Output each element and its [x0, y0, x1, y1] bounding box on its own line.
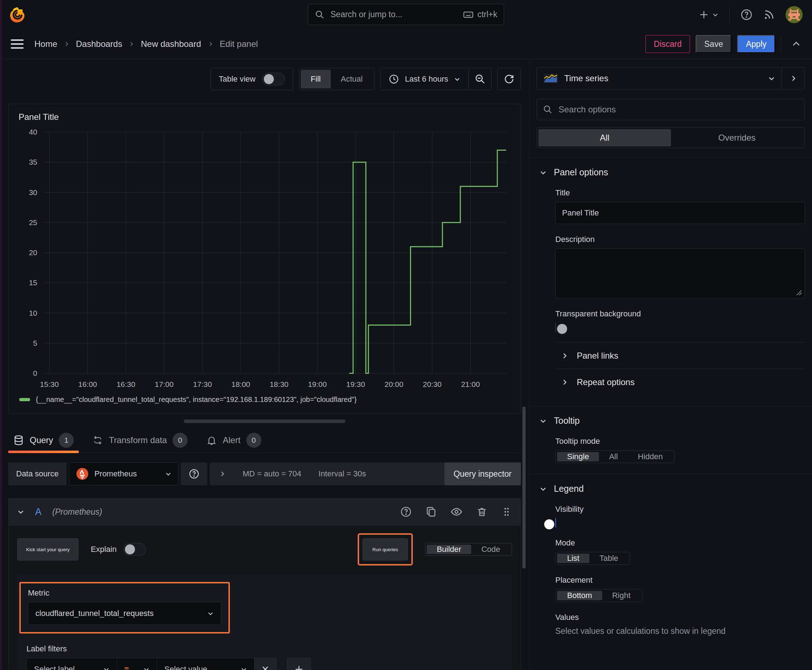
trash-icon — [476, 506, 488, 518]
tooltip-header[interactable]: Tooltip — [537, 416, 805, 426]
svg-text:20:30: 20:30 — [423, 380, 442, 388]
legend-list-option[interactable]: List — [557, 554, 589, 563]
query-row-header[interactable]: A (Prometheus) — [8, 498, 521, 525]
apply-button[interactable]: Apply — [737, 35, 775, 53]
time-range-picker[interactable]: Last 6 hours — [381, 68, 468, 90]
collapse-options-button[interactable] — [791, 39, 801, 49]
user-avatar[interactable] — [785, 6, 803, 23]
svg-text:19:00: 19:00 — [308, 380, 327, 388]
repeat-options-label: Repeat options — [577, 377, 634, 387]
datasource-help-button[interactable] — [181, 462, 207, 485]
table-view-toggle[interactable] — [262, 73, 285, 86]
legend-swatch[interactable] — [19, 398, 30, 401]
svg-text:5: 5 — [33, 339, 37, 347]
transparent-bg-toggle[interactable] — [555, 323, 556, 332]
query-editor-body: Kick start your query Explain Run querie… — [8, 525, 521, 670]
tab-transform[interactable]: Transform data 0 — [92, 427, 188, 453]
actual-option[interactable]: Actual — [331, 70, 373, 88]
fill-option[interactable]: Fill — [301, 70, 331, 88]
chevron-right-icon — [64, 41, 70, 47]
metric-highlight: Metric cloudflared_tunnel_total_requests — [19, 582, 230, 633]
chevron-down-icon — [143, 666, 150, 670]
grafana-logo-icon[interactable] — [9, 7, 26, 23]
explain-toggle[interactable] — [123, 543, 146, 556]
chevron-right-icon — [561, 352, 568, 359]
datasource-name: Prometheus — [95, 469, 137, 479]
panel-resize-handle[interactable] — [184, 420, 346, 423]
description-textarea[interactable] — [555, 249, 805, 298]
panel-links-section[interactable]: Panel links — [555, 342, 805, 369]
remove-filter-button[interactable] — [254, 658, 276, 670]
tooltip-all-option[interactable]: All — [599, 452, 627, 461]
breadcrumb-new-dashboard[interactable]: New dashboard — [141, 39, 201, 49]
metric-label: Metric — [28, 589, 221, 598]
zoom-out-button[interactable] — [468, 68, 491, 90]
builder-option[interactable]: Builder — [427, 545, 471, 554]
svg-text:10: 10 — [29, 309, 37, 317]
timeseries-chart[interactable]: 051015202530354015:3016:0016:3017:0017:3… — [15, 127, 509, 393]
explain-label: Explain — [91, 545, 116, 554]
panel-title-value: Panel Title — [562, 208, 599, 218]
tab-query[interactable]: Query 1 — [13, 427, 74, 453]
query-options-row[interactable]: MD = auto = 704 Interval = 30s Query ins… — [210, 462, 521, 485]
legend-values-label: Values — [555, 613, 805, 622]
top-nav: Search or jump to... ctrl+k — [0, 0, 812, 29]
panel-title[interactable]: Panel Title — [15, 109, 514, 127]
label-filters-label: Label filters — [27, 644, 503, 653]
breadcrumb-dashboards[interactable]: Dashboards — [76, 39, 122, 49]
help-button[interactable] — [741, 8, 753, 21]
placement-bottom-option[interactable]: Bottom — [557, 591, 602, 600]
tooltip-mode-label: Tooltip mode — [555, 437, 805, 446]
select-label-dropdown[interactable]: Select label — [27, 658, 117, 670]
visualization-picker[interactable]: Time series — [537, 67, 805, 90]
query-help-button[interactable] — [400, 506, 412, 518]
new-menu-button[interactable] — [698, 9, 719, 20]
discard-button[interactable]: Discard — [646, 35, 690, 53]
save-button[interactable]: Save — [696, 35, 731, 53]
repeat-options-section[interactable]: Repeat options — [555, 369, 805, 395]
chevron-right-icon — [561, 379, 568, 386]
toggle-visibility-button[interactable] — [450, 506, 463, 518]
global-search-input[interactable]: Search or jump to... ctrl+k — [308, 4, 504, 25]
options-search-input[interactable]: Search options — [537, 99, 805, 120]
operator-dropdown[interactable]: = — [117, 658, 157, 670]
datasource-picker[interactable]: Prometheus — [69, 462, 178, 485]
refresh-button[interactable] — [497, 68, 521, 90]
breadcrumb-home[interactable]: Home — [34, 39, 57, 49]
tab-overrides[interactable]: Overrides — [671, 129, 804, 146]
panel-options-header[interactable]: Panel options — [537, 167, 805, 178]
tooltip-single-option[interactable]: Single — [557, 452, 599, 461]
legend-series-label[interactable]: {__name__="cloudflared_tunnel_total_requ… — [36, 396, 357, 404]
panel-title-input[interactable]: Panel Title — [555, 202, 805, 224]
tooltip-hidden-option[interactable]: Hidden — [628, 452, 673, 461]
main-scrollbar[interactable] — [522, 406, 526, 568]
duplicate-query-button[interactable] — [425, 506, 437, 518]
placement-right-option[interactable]: Right — [602, 591, 641, 600]
code-option[interactable]: Code — [471, 545, 510, 554]
legend-header[interactable]: Legend — [537, 484, 805, 494]
table-view-label: Table view — [219, 74, 256, 84]
interval: Interval = 30s — [319, 469, 366, 479]
run-queries-button[interactable]: Run queries — [363, 538, 408, 560]
query-builder-section: Metric cloudflared_tunnel_total_requests… — [17, 575, 512, 670]
query-inspector-button[interactable]: Query inspector — [444, 462, 521, 485]
svg-text:35: 35 — [29, 158, 37, 166]
section-legend: Legend Visibility Mode List Table Placem… — [529, 474, 812, 647]
svg-text:15: 15 — [29, 278, 37, 287]
tab-all[interactable]: All — [539, 129, 671, 146]
chevron-down-icon — [712, 12, 719, 18]
viz-suggestions-button[interactable] — [781, 68, 805, 89]
menu-toggle-button[interactable] — [11, 39, 24, 49]
add-filter-button[interactable] — [287, 658, 311, 670]
chart-legend: {__name__="cloudflared_tunnel_total_requ… — [15, 393, 514, 406]
delete-query-button[interactable] — [476, 506, 488, 518]
legend-visibility-toggle[interactable] — [555, 518, 556, 528]
tab-alert[interactable]: Alert 0 — [206, 427, 261, 453]
metric-select[interactable]: cloudflared_tunnel_total_requests — [28, 602, 221, 625]
drag-query-handle[interactable] — [501, 506, 512, 517]
news-rss-button[interactable] — [763, 9, 775, 20]
legend-placement-segment: Bottom Right — [555, 589, 642, 602]
legend-table-option[interactable]: Table — [589, 554, 628, 563]
select-value-dropdown[interactable]: Select value — [157, 658, 254, 670]
kick-start-button[interactable]: Kick start your query — [17, 538, 78, 560]
